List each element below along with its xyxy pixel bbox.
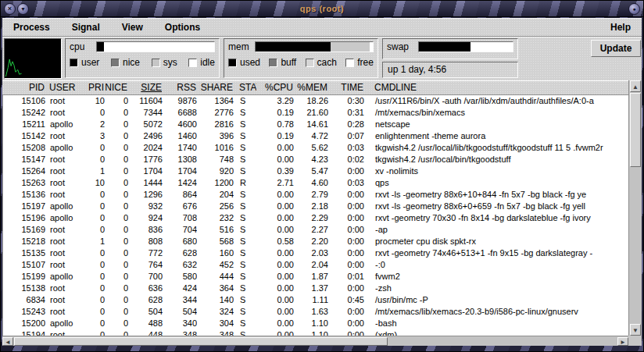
table-row[interactable]: 15107root00764632452S0.002.040:00-:0 <box>3 259 628 271</box>
meter-segment <box>256 42 331 52</box>
cpu-group: cpu usernicesysidle <box>65 38 220 78</box>
table-row[interactable]: 15208apollo00202417401016S0.005.620:03tk… <box>3 142 628 154</box>
table-row[interactable]: 15138root00636424364S0.001.370:00-zsh <box>3 283 628 294</box>
table-row[interactable]: 6834root00628344140S0.001.110:45/usr/bin… <box>3 294 628 306</box>
table-row[interactable]: 15169root00836704516S0.002.270:00-ap <box>3 224 628 236</box>
scroll-up-icon[interactable]: ▲ <box>630 80 641 92</box>
menu-options[interactable]: Options <box>165 22 200 33</box>
cell-stat: S <box>234 119 257 130</box>
column-header-share[interactable]: SHARE <box>196 81 233 94</box>
cell-cmdline: /mt/xemacs/bin/xemacs <box>364 107 628 119</box>
meter-segment <box>419 42 470 52</box>
cell-cmdline: -bash <box>364 318 628 329</box>
cell-user: apollo <box>45 318 84 329</box>
menu-help[interactable]: Help <box>610 22 631 33</box>
legend-label: user <box>81 57 99 68</box>
column-header-size[interactable]: SIZE <box>127 81 162 94</box>
cell-cpu: 0.00 <box>257 154 294 165</box>
cell-pid: 15197 <box>3 201 45 212</box>
cell-cpu: 0.19 <box>257 130 294 142</box>
cell-nice: 0 <box>105 306 128 318</box>
cell-stat: S <box>234 329 257 336</box>
cell-share: 348 <box>197 329 234 336</box>
cell-size: 700 <box>128 271 163 283</box>
legend-label: cach <box>317 57 337 68</box>
cell-cmdline: tkgwish4.2 /usr/local/lib/tkgoodstuff/tk… <box>364 142 628 154</box>
cell-cmdline: rxvt -geometry 74x46+513+1 -fn 9x15 -bg … <box>364 247 628 259</box>
cell-mem: 4.60 <box>294 177 328 189</box>
menu-signal[interactable]: Signal <box>72 22 100 33</box>
table-header: PIDUSERPRINICESIZERSSSHARESTAT%CPU%MEMTI… <box>2 80 642 95</box>
cell-user: root <box>45 329 84 336</box>
table-row[interactable]: 15194root00448348348S0.001.100:00(xdm) <box>3 329 628 336</box>
vertical-scroll-thumb[interactable] <box>630 93 641 167</box>
cell-mem: 14.61 <box>294 119 328 130</box>
cell-stat: S <box>234 154 257 165</box>
table-row[interactable]: 15142root3024961460396S0.194.720:07enlig… <box>3 130 628 142</box>
cell-share: 452 <box>197 259 234 271</box>
table-row[interactable]: 15106root1001160498761364S3.2918.260:30/… <box>3 95 628 107</box>
table-row[interactable]: 15147root0017761308748S0.004.230:02tkgwi… <box>3 154 628 165</box>
cell-pid: 15208 <box>3 142 45 154</box>
window-menu-icon[interactable]: ● <box>628 3 640 15</box>
scroll-right-icon[interactable]: ► <box>617 337 628 346</box>
column-header-pid[interactable]: PID <box>2 81 45 94</box>
column-header-pri[interactable]: PRI <box>84 81 104 94</box>
column-header-user[interactable]: USER <box>45 81 84 94</box>
cell-pri: 10 <box>84 177 105 189</box>
table-row[interactable]: 15264root1017041704920S0.395.470:00xv -n… <box>3 165 628 177</box>
cell-mem: 2.79 <box>294 189 328 201</box>
window-title: qps (root) <box>1 1 643 17</box>
sys-swatch-icon <box>152 59 160 67</box>
column-header-stat[interactable]: STAT <box>233 81 256 94</box>
table-row[interactable]: 15135root00772628160S0.002.030:00rxvt -g… <box>3 247 628 259</box>
menu-process[interactable]: Process <box>13 22 50 33</box>
table-row[interactable]: 15196apollo00924708232S0.002.290:00rxvt … <box>3 212 628 224</box>
table-row[interactable]: 15136root001296864204S0.002.790:00rxvt -… <box>3 189 628 201</box>
cell-mem: 1.10 <box>294 329 328 336</box>
cell-stat: S <box>234 201 257 212</box>
scrollbar-corner <box>628 336 642 346</box>
cell-user: apollo <box>45 271 84 283</box>
column-header-nice[interactable]: NICE <box>104 81 127 94</box>
table-row[interactable]: 15263root100144414241200R2.714.600:03qps <box>3 177 628 189</box>
cell-stat: S <box>234 95 257 107</box>
cell-cpu: 0.00 <box>257 212 294 224</box>
cell-nice: 0 <box>105 329 128 336</box>
horizontal-scroll-thumb[interactable] <box>14 337 388 346</box>
table-row[interactable]: 15242root00734466882776S0.1921.600:31/mt… <box>3 107 628 119</box>
table-row[interactable]: 15197apollo00932676256S0.002.180:00rxvt … <box>3 201 628 212</box>
cell-pri: 2 <box>84 119 105 130</box>
scroll-left-icon[interactable]: ◄ <box>2 337 13 346</box>
cell-pri: 0 <box>84 294 105 306</box>
scroll-down-icon[interactable]: ▼ <box>630 324 641 336</box>
table-row[interactable]: 15218root10808680568S0.582.200:00procmet… <box>3 236 628 247</box>
cell-pid: 15199 <box>3 271 45 283</box>
column-header-mem[interactable]: %MEM <box>293 81 327 94</box>
column-header-cpu[interactable]: %CPU <box>256 81 293 94</box>
cell-share: 748 <box>197 154 234 165</box>
horizontal-scrollbar[interactable]: ◄ ► <box>2 336 628 346</box>
vertical-scrollbar[interactable]: ▲ ▼ <box>628 80 642 336</box>
titlebar[interactable]: × ▼ qps (root) ● <box>1 1 643 17</box>
cell-stat: S <box>234 259 257 271</box>
table-row[interactable]: 15200apollo00488340304S0.001.100:00-bash <box>3 318 628 329</box>
column-header-time[interactable]: TIME <box>327 81 363 94</box>
cell-size: 1704 <box>128 165 163 177</box>
cell-share: 364 <box>197 283 234 294</box>
table-row[interactable]: 15211apollo20507246002816S0.7814.610:28n… <box>3 119 628 130</box>
cell-mem: 1.37 <box>294 283 328 294</box>
column-header-rss[interactable]: RSS <box>162 81 196 94</box>
cell-user: apollo <box>45 201 84 212</box>
cell-time: 0:03 <box>328 177 364 189</box>
column-header-cmdline[interactable]: CMDLINE <box>363 81 628 94</box>
cell-rss: 708 <box>163 212 197 224</box>
update-button[interactable]: Update <box>591 40 641 57</box>
cell-time: 0:00 <box>328 259 364 271</box>
mem-group: mem usedbuffcachfree <box>224 38 378 78</box>
table-row[interactable]: 15199apollo00700580444S0.001.870:01fvwm2 <box>3 271 628 283</box>
cell-size: 628 <box>128 294 163 306</box>
app-body: Process Signal View Options Help cpu use… <box>2 18 642 346</box>
menu-view[interactable]: View <box>122 22 143 33</box>
table-row[interactable]: 15243root00504504324S0.001.630:00/mt/xem… <box>3 306 628 318</box>
